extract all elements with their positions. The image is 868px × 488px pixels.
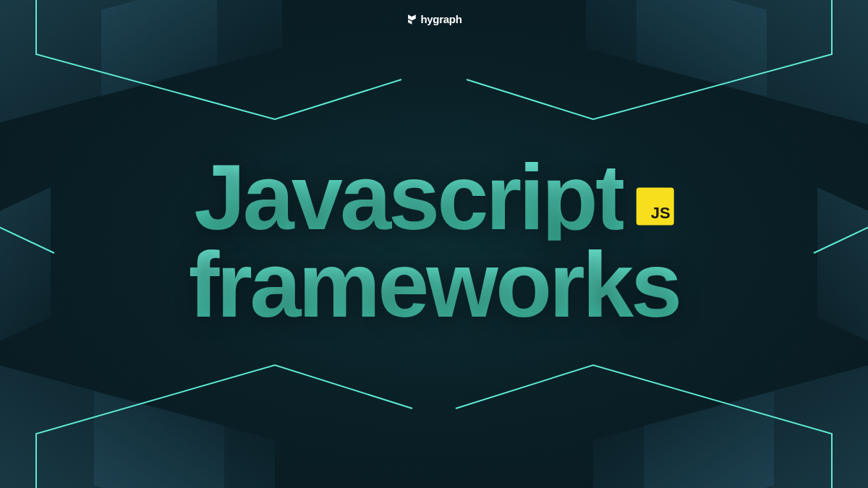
hero-title-line1: Javascript — [194, 153, 623, 241]
javascript-badge-icon: JS — [637, 188, 674, 226]
hygraph-icon — [406, 14, 417, 25]
brand-name: hygraph — [420, 13, 461, 25]
hero-title-line2: frameworks — [189, 241, 680, 329]
hero-content: Javascript JS frameworks — [189, 153, 680, 328]
brand-logo: hygraph — [406, 13, 461, 25]
badge-label: JS — [651, 204, 671, 223]
